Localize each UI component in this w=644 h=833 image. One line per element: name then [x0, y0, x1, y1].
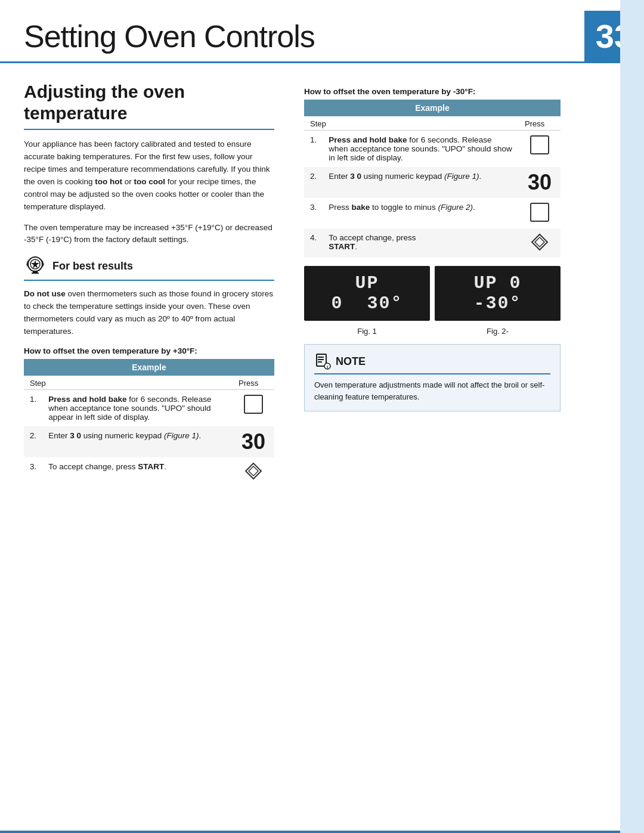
step-text: Press bake to toggle to minus (Figure 2)…	[323, 198, 519, 228]
table-row: 3. To accept change, press START.	[24, 457, 274, 487]
fig1-label: Fig. 1	[304, 327, 430, 336]
press-number-30: 30	[528, 170, 552, 194]
step-number: 2.	[24, 426, 42, 457]
plus-col-press: Press	[233, 376, 274, 390]
table-row: 1. Press and hold bake for 6 seconds. Re…	[24, 390, 274, 427]
best-results-header: For best results	[24, 255, 274, 277]
note-text: Oven temperature adjustments made will n…	[314, 379, 550, 402]
step-text: Press and hold bake for 6 seconds. Relea…	[323, 131, 519, 168]
page-title: Setting Oven Controls	[0, 18, 584, 54]
step-text: Enter 3 0 using numeric keypad (Figure 1…	[323, 167, 519, 198]
section-title: Adjusting the oventemperature	[24, 81, 274, 124]
minus-col-step: Step	[304, 116, 519, 131]
table-row: 2. Enter 3 0 using numeric keypad (Figur…	[304, 167, 561, 198]
step-press	[233, 390, 274, 427]
step-number: 3.	[304, 198, 323, 228]
offset-minus-label: How to offset the oven temperature by -3…	[304, 87, 561, 96]
svg-marker-5	[246, 463, 261, 479]
table-row: 4. To accept change, pressSTART.	[304, 228, 561, 258]
left-column: Adjusting the oventemperature Your appli…	[0, 63, 292, 512]
display-labels: Fig. 1 Fig. 2-	[304, 327, 561, 336]
intro-paragraph-1: Your appliance has been factory calibrat…	[24, 138, 274, 213]
display-screen-fig1: UP 0 30°	[304, 266, 430, 321]
best-results-text: Do not use oven thermometers such as tho…	[24, 288, 274, 338]
press-square-icon	[530, 135, 549, 154]
step-number: 1.	[24, 390, 42, 427]
step-number: 2.	[304, 167, 323, 198]
step-press: 30	[233, 426, 274, 457]
svg-rect-3	[33, 271, 38, 272]
plus-table-header-row: Example	[24, 359, 274, 376]
bottom-accent-bar	[0, 831, 620, 833]
press-number-30: 30	[242, 429, 265, 454]
note-box: i NOTE Oven temperature adjustments made…	[304, 344, 561, 411]
press-diamond-icon	[531, 233, 549, 251]
table-row: 3. Press bake to toggle to minus (Figure…	[304, 198, 561, 228]
step-text: Enter 3 0 using numeric keypad (Figure 1…	[42, 426, 233, 457]
svg-marker-8	[535, 237, 544, 247]
plus-table-header: Example	[24, 359, 274, 376]
best-results-icon	[24, 255, 47, 277]
press-square-icon	[530, 203, 549, 222]
content-area: Adjusting the oventemperature Your appli…	[0, 63, 644, 512]
section-divider	[24, 129, 274, 130]
press-diamond-icon	[244, 462, 262, 480]
svg-rect-4	[32, 272, 39, 274]
minus-example-table: Example Step Press 1. Press and hold bak…	[304, 100, 561, 258]
svg-marker-2	[31, 260, 39, 268]
best-results-title: For best results	[52, 260, 133, 272]
svg-marker-6	[249, 466, 258, 476]
plus-table-col-header: Step Press	[24, 376, 274, 390]
best-results-divider	[24, 280, 274, 281]
svg-rect-11	[318, 359, 324, 360]
table-row: 1. Press and hold bake for 6 seconds. Re…	[304, 131, 561, 168]
note-icon: i	[314, 353, 331, 370]
note-header: i NOTE	[314, 353, 550, 374]
page-header: Setting Oven Controls 33	[0, 0, 644, 63]
minus-table-col-header: Step Press	[304, 116, 561, 131]
step-text: Press and hold bake for 6 seconds. Relea…	[42, 390, 233, 427]
table-row: 2. Enter 3 0 using numeric keypad (Figur…	[24, 426, 274, 457]
step-press	[519, 228, 561, 258]
minus-table-header: Example	[304, 100, 561, 116]
intro-paragraph-2: The oven temperature may be increased +3…	[24, 222, 274, 247]
svg-rect-10	[318, 357, 324, 358]
svg-marker-7	[532, 234, 547, 250]
svg-text:i: i	[327, 364, 328, 370]
step-number: 1.	[304, 131, 323, 168]
step-press	[233, 457, 274, 487]
svg-rect-12	[318, 361, 322, 363]
step-text: To accept change, press START.	[42, 457, 233, 487]
step-press	[519, 131, 561, 168]
minus-table-header-row: Example	[304, 100, 561, 116]
step-number: 3.	[24, 457, 42, 487]
press-square-icon	[244, 395, 263, 414]
step-press	[519, 198, 561, 228]
offset-plus-label: How to offset the oven temperature by +3…	[24, 346, 274, 355]
note-title: NOTE	[336, 355, 366, 368]
step-text: To accept change, pressSTART.	[323, 228, 519, 258]
step-press: 30	[519, 167, 561, 198]
right-column: How to offset the oven temperature by -3…	[292, 63, 596, 512]
display-screen-fig2: UP 0 -30°	[435, 266, 561, 321]
minus-col-press: Press	[519, 116, 561, 131]
step-number: 4.	[304, 228, 323, 258]
plus-col-step: Step	[24, 376, 233, 390]
fig2-label: Fig. 2-	[435, 327, 561, 336]
plus-example-table: Example Step Press 1. Press and hold bak…	[24, 359, 274, 487]
display-screens-container: UP 0 30° UP 0 -30°	[304, 266, 561, 321]
